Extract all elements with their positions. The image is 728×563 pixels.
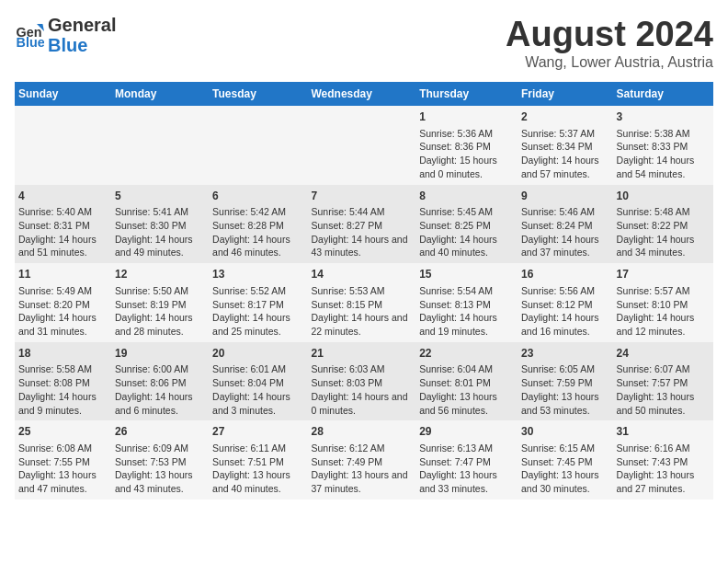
day-number: 12: [115, 267, 205, 282]
day-number: 19: [115, 346, 205, 362]
cell-detail: Sunrise: 5:54 AM Sunset: 8:13 PM Dayligh…: [419, 284, 514, 339]
cell-3-3: 14Sunrise: 5:53 AM Sunset: 8:15 PM Dayli…: [307, 263, 415, 342]
cell-1-3: [307, 106, 415, 185]
cell-4-6: 24Sunrise: 6:07 AM Sunset: 7:57 PM Dayli…: [613, 342, 713, 421]
day-number: 21: [311, 346, 412, 362]
cell-detail: Sunrise: 5:41 AM Sunset: 8:30 PM Dayligh…: [115, 205, 205, 259]
cell-4-0: 18Sunrise: 5:58 AM Sunset: 8:08 PM Dayli…: [15, 342, 111, 421]
cell-detail: Sunrise: 6:05 AM Sunset: 7:59 PM Dayligh…: [521, 362, 609, 417]
day-number: 26: [115, 424, 205, 440]
cell-detail: Sunrise: 5:40 AM Sunset: 8:31 PM Dayligh…: [18, 205, 108, 259]
col-header-friday: Friday: [518, 82, 613, 106]
day-number: 16: [521, 267, 609, 282]
week-row-2: 4Sunrise: 5:40 AM Sunset: 8:31 PM Daylig…: [15, 185, 713, 264]
cell-detail: Sunrise: 5:46 AM Sunset: 8:24 PM Dayligh…: [521, 205, 609, 259]
day-number: 4: [18, 189, 108, 204]
col-header-tuesday: Tuesday: [209, 82, 307, 106]
cell-detail: Sunrise: 5:49 AM Sunset: 8:20 PM Dayligh…: [18, 284, 108, 339]
day-number: 9: [521, 189, 609, 204]
day-number: 17: [617, 267, 710, 282]
cell-5-1: 26Sunrise: 6:09 AM Sunset: 7:53 PM Dayli…: [111, 420, 209, 500]
logo-icon: Gen Blue: [15, 20, 44, 50]
day-number: 31: [617, 424, 710, 440]
cell-3-0: 11Sunrise: 5:49 AM Sunset: 8:20 PM Dayli…: [15, 263, 111, 342]
cell-5-4: 29Sunrise: 6:13 AM Sunset: 7:47 PM Dayli…: [415, 420, 518, 500]
col-header-monday: Monday: [111, 82, 209, 106]
cell-2-1: 5Sunrise: 5:41 AM Sunset: 8:30 PM Daylig…: [111, 185, 209, 264]
header-row: SundayMondayTuesdayWednesdayThursdayFrid…: [15, 82, 713, 106]
cell-detail: Sunrise: 5:52 AM Sunset: 8:17 PM Dayligh…: [212, 284, 303, 339]
logo-line2: Blue: [48, 35, 116, 55]
col-header-wednesday: Wednesday: [307, 82, 415, 106]
cell-detail: Sunrise: 6:03 AM Sunset: 8:03 PM Dayligh…: [311, 362, 412, 417]
day-number: 3: [617, 109, 710, 125]
cell-detail: Sunrise: 5:38 AM Sunset: 8:33 PM Dayligh…: [617, 127, 710, 181]
cell-1-4: 1Sunrise: 5:36 AM Sunset: 8:36 PM Daylig…: [415, 106, 518, 185]
cell-detail: Sunrise: 6:11 AM Sunset: 7:51 PM Dayligh…: [212, 442, 303, 496]
day-number: 5: [115, 189, 205, 204]
main-title: August 2024: [506, 15, 713, 54]
cell-4-1: 19Sunrise: 6:00 AM Sunset: 8:06 PM Dayli…: [111, 342, 209, 421]
day-number: 29: [419, 424, 514, 440]
svg-text:Blue: Blue: [17, 35, 44, 50]
week-row-4: 18Sunrise: 5:58 AM Sunset: 8:08 PM Dayli…: [15, 342, 713, 421]
cell-2-4: 8Sunrise: 5:45 AM Sunset: 8:25 PM Daylig…: [415, 185, 518, 264]
cell-detail: Sunrise: 6:07 AM Sunset: 7:57 PM Dayligh…: [617, 362, 710, 417]
cell-4-3: 21Sunrise: 6:03 AM Sunset: 8:03 PM Dayli…: [307, 342, 415, 421]
cell-4-5: 23Sunrise: 6:05 AM Sunset: 7:59 PM Dayli…: [518, 342, 613, 421]
cell-1-0: [15, 106, 111, 185]
cell-3-2: 13Sunrise: 5:52 AM Sunset: 8:17 PM Dayli…: [209, 263, 307, 342]
cell-4-4: 22Sunrise: 6:04 AM Sunset: 8:01 PM Dayli…: [415, 342, 518, 421]
col-header-sunday: Sunday: [15, 82, 111, 106]
cell-detail: Sunrise: 6:09 AM Sunset: 7:53 PM Dayligh…: [115, 442, 205, 496]
day-number: 15: [419, 267, 514, 282]
day-number: 28: [311, 424, 412, 440]
col-header-saturday: Saturday: [613, 82, 713, 106]
cell-detail: Sunrise: 6:13 AM Sunset: 7:47 PM Dayligh…: [419, 442, 514, 496]
day-number: 30: [521, 424, 609, 440]
day-number: 7: [311, 189, 412, 204]
cell-4-2: 20Sunrise: 6:01 AM Sunset: 8:04 PM Dayli…: [209, 342, 307, 421]
cell-5-3: 28Sunrise: 6:12 AM Sunset: 7:49 PM Dayli…: [307, 420, 415, 500]
cell-3-1: 12Sunrise: 5:50 AM Sunset: 8:19 PM Dayli…: [111, 263, 209, 342]
cell-1-6: 3Sunrise: 5:38 AM Sunset: 8:33 PM Daylig…: [613, 106, 713, 185]
cell-5-0: 25Sunrise: 6:08 AM Sunset: 7:55 PM Dayli…: [15, 420, 111, 500]
day-number: 23: [521, 346, 609, 362]
cell-5-6: 31Sunrise: 6:16 AM Sunset: 7:43 PM Dayli…: [613, 420, 713, 500]
cell-detail: Sunrise: 5:50 AM Sunset: 8:19 PM Dayligh…: [115, 284, 205, 339]
cell-detail: Sunrise: 5:57 AM Sunset: 8:10 PM Dayligh…: [617, 284, 710, 339]
day-number: 10: [617, 189, 710, 204]
cell-detail: Sunrise: 6:16 AM Sunset: 7:43 PM Dayligh…: [617, 442, 710, 496]
cell-3-4: 15Sunrise: 5:54 AM Sunset: 8:13 PM Dayli…: [415, 263, 518, 342]
cell-detail: Sunrise: 5:56 AM Sunset: 8:12 PM Dayligh…: [521, 284, 609, 339]
cell-3-6: 17Sunrise: 5:57 AM Sunset: 8:10 PM Dayli…: [613, 263, 713, 342]
cell-detail: Sunrise: 5:48 AM Sunset: 8:22 PM Dayligh…: [617, 205, 710, 259]
cell-detail: Sunrise: 6:08 AM Sunset: 7:55 PM Dayligh…: [18, 442, 108, 496]
week-row-1: 1Sunrise: 5:36 AM Sunset: 8:36 PM Daylig…: [15, 106, 713, 185]
cell-detail: Sunrise: 6:12 AM Sunset: 7:49 PM Dayligh…: [311, 442, 412, 496]
day-number: 14: [311, 267, 412, 282]
cell-detail: Sunrise: 6:00 AM Sunset: 8:06 PM Dayligh…: [115, 362, 205, 417]
cell-detail: Sunrise: 6:01 AM Sunset: 8:04 PM Dayligh…: [212, 362, 303, 417]
day-number: 1: [419, 109, 514, 125]
cell-5-5: 30Sunrise: 6:15 AM Sunset: 7:45 PM Dayli…: [518, 420, 613, 500]
day-number: 6: [212, 189, 303, 204]
cell-detail: Sunrise: 6:15 AM Sunset: 7:45 PM Dayligh…: [521, 442, 609, 496]
cell-2-5: 9Sunrise: 5:46 AM Sunset: 8:24 PM Daylig…: [518, 185, 613, 264]
cell-detail: Sunrise: 5:44 AM Sunset: 8:27 PM Dayligh…: [311, 205, 412, 259]
cell-5-2: 27Sunrise: 6:11 AM Sunset: 7:51 PM Dayli…: [209, 420, 307, 500]
day-number: 8: [419, 189, 514, 204]
cell-1-5: 2Sunrise: 5:37 AM Sunset: 8:34 PM Daylig…: [518, 106, 613, 185]
cell-2-0: 4Sunrise: 5:40 AM Sunset: 8:31 PM Daylig…: [15, 185, 111, 264]
week-row-5: 25Sunrise: 6:08 AM Sunset: 7:55 PM Dayli…: [15, 420, 713, 500]
day-number: 22: [419, 346, 514, 362]
cell-detail: Sunrise: 5:37 AM Sunset: 8:34 PM Dayligh…: [521, 127, 609, 181]
logo: Gen Blue General Blue: [15, 15, 116, 55]
week-row-3: 11Sunrise: 5:49 AM Sunset: 8:20 PM Dayli…: [15, 263, 713, 342]
cell-2-6: 10Sunrise: 5:48 AM Sunset: 8:22 PM Dayli…: [613, 185, 713, 264]
calendar-table: SundayMondayTuesdayWednesdayThursdayFrid…: [15, 82, 713, 500]
col-header-thursday: Thursday: [415, 82, 518, 106]
day-number: 24: [617, 346, 710, 362]
subtitle: Wang, Lower Austria, Austria: [506, 54, 713, 71]
day-number: 2: [521, 109, 609, 125]
